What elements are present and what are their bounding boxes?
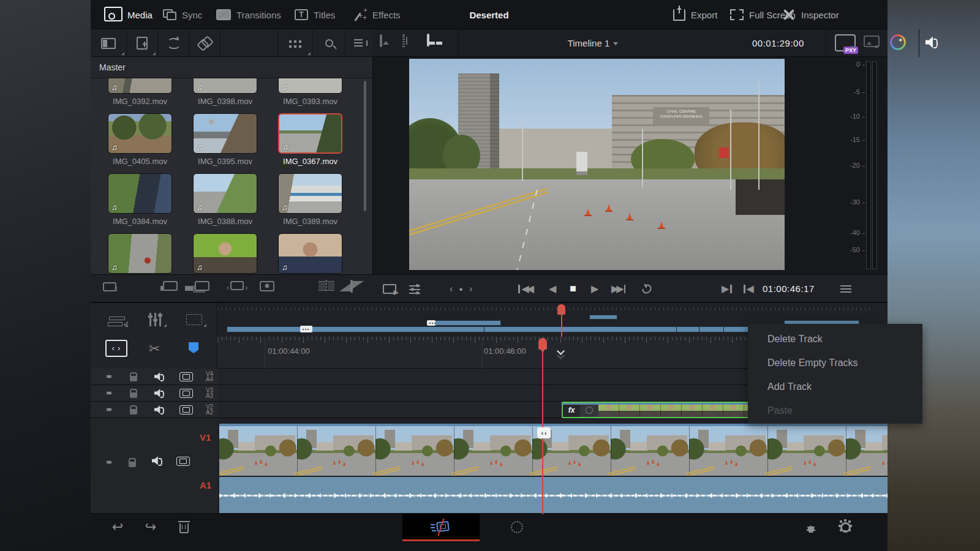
media-clip[interactable]: ♫ IMG_0395.mov <box>193 113 278 173</box>
media-clip[interactable]: ♫ <box>278 233 363 274</box>
loop-icon <box>640 282 653 295</box>
media-clip[interactable]: ♫ IMG_0405.mov <box>108 113 193 173</box>
page-tab-color[interactable] <box>505 514 529 541</box>
minimap-handle[interactable] <box>427 320 435 326</box>
media-clip[interactable]: ♫ IMG_0384.mov <box>108 173 193 233</box>
preview-pole <box>522 122 523 182</box>
audio-note-icon: ♫ <box>197 263 203 272</box>
track-collapse-icon <box>105 457 113 467</box>
transport-bar: ‹ ● › ◀◀ ◀ ■ ▶ ▶▶ ▶ ◀ 01:00:46:17 <box>372 274 888 302</box>
unlink-button[interactable] <box>190 29 221 57</box>
trim-panel-button[interactable] <box>186 312 208 329</box>
insert-clip-button[interactable] <box>163 281 178 293</box>
tab-sync[interactable]: Sync <box>163 0 202 29</box>
step-back-button[interactable]: ◀ <box>549 275 556 302</box>
export-button[interactable]: Export <box>673 0 717 29</box>
import-media-button[interactable] <box>127 29 158 57</box>
play-around-button[interactable]: ▶ <box>722 275 732 302</box>
media-clip[interactable]: ♫ <box>193 233 278 274</box>
mark-dot-icon: ● <box>459 285 463 293</box>
media-clip-selected[interactable]: ♫ IMG_0367.mov <box>278 113 363 173</box>
split-clip-button[interactable] <box>318 281 334 293</box>
add-transition-button[interactable] <box>350 281 353 292</box>
snap-flag-button[interactable] <box>189 342 198 356</box>
replace-clip-button[interactable]: ‹› <box>227 281 248 293</box>
play-button[interactable]: ▶ <box>591 275 598 302</box>
minimap-playhead[interactable] <box>557 304 565 315</box>
track-header-v2a2[interactable]: V2A2 <box>91 402 217 418</box>
delete-button[interactable] <box>173 514 195 541</box>
timeline-canvas[interactable]: 01:00:44:00 01:00:46:00 fx <box>217 303 888 514</box>
timeline-playhead-line[interactable] <box>542 338 543 514</box>
media-clip-name: IMG_0405.mov <box>108 157 172 166</box>
proxy-toggle-button[interactable]: PXY <box>835 34 856 51</box>
track-resize-icon <box>105 372 113 381</box>
sort-button[interactable] <box>345 29 372 57</box>
media-clip[interactable]: ♫ IMG_0392.mov <box>108 78 193 113</box>
go-to-end-button[interactable]: ▶▶ <box>611 275 625 302</box>
frame-view-button[interactable] <box>402 36 405 47</box>
menu-item-delete-track[interactable]: Delete Track <box>767 334 823 345</box>
redo-button[interactable]: ↪ <box>140 514 162 541</box>
place-on-top-button[interactable] <box>260 281 274 294</box>
video-preview[interactable]: CIVIC CENTRE CANOLFAN DDINESIG <box>409 59 785 270</box>
playhead-trim-handle[interactable]: ‹› <box>537 427 551 438</box>
tab-titles[interactable]: T Titles <box>295 0 335 29</box>
search-button[interactable] <box>313 29 345 57</box>
media-pool-scrollbar[interactable] <box>364 81 366 211</box>
play-to-in-button[interactable]: ◀ <box>744 275 754 302</box>
minimap-handle[interactable] <box>300 326 312 332</box>
media-clip[interactable]: ♫ IMG_0393.mov <box>278 78 363 113</box>
stop-button[interactable]: ■ <box>570 275 576 302</box>
undo-button[interactable]: ↩ <box>107 514 129 541</box>
timeline-options-menu-button[interactable] <box>840 275 851 302</box>
bin-label: Master <box>99 62 126 72</box>
track-header-v3a3[interactable]: V3A3 <box>91 385 217 402</box>
overwrite-clip-button[interactable] <box>195 281 209 293</box>
resync-button[interactable] <box>158 29 190 57</box>
tab-transitions[interactable]: Transitions <box>216 0 281 29</box>
trim-mode-button-active[interactable]: ‹ › <box>105 340 127 357</box>
bin-breadcrumb[interactable]: Master <box>91 57 372 78</box>
grid-view-button[interactable] <box>278 29 313 57</box>
menu-item-add-track[interactable]: Add Track <box>767 381 812 392</box>
mixer-button[interactable] <box>148 310 168 329</box>
full-screen-icon <box>730 9 744 20</box>
multicam-view-button[interactable] <box>427 35 429 46</box>
filmstrip-frame <box>846 426 888 476</box>
speaker-icon <box>154 405 165 414</box>
panel-layout-button[interactable] <box>91 29 127 57</box>
timeline-playhead-pin[interactable] <box>538 338 547 350</box>
menu-item-delete-empty-tracks[interactable]: Delete Empty Tracks <box>767 358 858 369</box>
inspector-button[interactable]: Inspector <box>782 0 839 29</box>
track-header-v1a1[interactable]: V1 A1 <box>91 419 217 514</box>
audio-track-label: A3 <box>206 392 213 399</box>
timeline-expand-control[interactable] <box>558 348 564 358</box>
mark-in-out-control[interactable]: ‹ ● › <box>450 275 472 302</box>
snap-flag-icon <box>189 342 198 353</box>
media-clip[interactable]: ♫ IMG_0389.mov <box>278 173 363 233</box>
loop-button[interactable] <box>642 275 652 302</box>
media-clip[interactable]: ♫ IMG_0398.mov <box>193 78 278 113</box>
page-tab-cut-active[interactable] <box>402 514 480 541</box>
go-to-start-button[interactable]: ◀◀ <box>518 275 532 302</box>
track-header-v4a4[interactable]: V4A4 <box>91 369 217 385</box>
timeline-clip-v1[interactable] <box>219 424 888 476</box>
settings-button[interactable] <box>833 514 858 541</box>
source-view-icon <box>380 34 382 47</box>
timeline-selector[interactable]: Timeline 1 <box>526 29 660 57</box>
tab-media[interactable]: Media <box>106 0 153 29</box>
resize-preview-button[interactable] <box>864 36 880 50</box>
media-clip[interactable]: ♫ <box>108 233 193 274</box>
timeline-view-options-button[interactable] <box>109 312 130 329</box>
audio-monitor-button[interactable] <box>925 36 939 51</box>
timeline-clip-a1[interactable] <box>219 477 888 514</box>
home-button[interactable] <box>800 514 822 541</box>
playback-settings-button[interactable] <box>409 275 420 302</box>
tab-effects[interactable]: Effects <box>353 0 401 29</box>
source-view-button[interactable] <box>380 36 382 47</box>
razor-button[interactable]: ✂ <box>149 341 160 357</box>
media-clip[interactable]: ♫ IMG_0388.mov <box>193 173 278 233</box>
clip-play-toggle[interactable] <box>383 275 396 302</box>
append-clip-button[interactable]: ♫ <box>103 282 116 294</box>
